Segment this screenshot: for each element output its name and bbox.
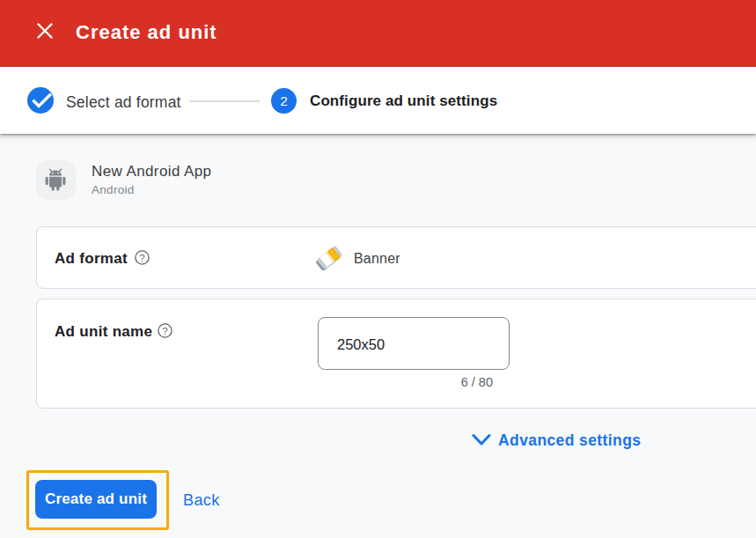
svg-text:?: ? (139, 253, 144, 263)
svg-text:?: ? (162, 326, 167, 336)
